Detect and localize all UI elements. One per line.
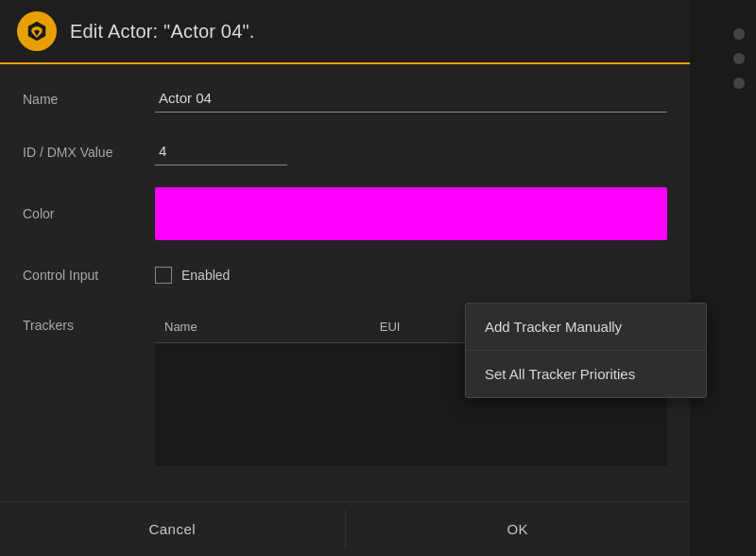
- dialog: Edit Actor: "Actor 04". Name ID / DMX Va…: [0, 0, 690, 556]
- cancel-button[interactable]: Cancel: [0, 502, 345, 556]
- dmx-control: [155, 139, 667, 165]
- name-row: Name: [23, 81, 667, 117]
- control-input-label: Control Input: [23, 268, 155, 283]
- dialog-title: Edit Actor: "Actor 04".: [70, 21, 255, 43]
- logo-icon: [25, 19, 49, 43]
- th-name: Name: [164, 320, 329, 334]
- set-priorities-menu-item[interactable]: Set All Tracker Priorities: [466, 351, 706, 397]
- dmx-label: ID / DMX Value: [23, 145, 155, 160]
- name-label: Name: [23, 92, 155, 107]
- color-row: Color: [23, 187, 667, 240]
- trackers-label: Trackers: [23, 310, 155, 333]
- sidebar-dot-3[interactable]: [733, 78, 745, 89]
- logo-circle: [17, 11, 57, 51]
- enabled-checkbox[interactable]: [155, 267, 172, 284]
- dropdown-menu: Add Tracker Manually Set All Tracker Pri…: [465, 303, 707, 398]
- sidebar-dot-2[interactable]: [733, 53, 745, 64]
- color-control: [155, 187, 667, 240]
- sidebar-dots: [733, 28, 745, 89]
- dialog-footer: Cancel OK: [0, 501, 690, 556]
- enabled-checkbox-wrapper: Enabled: [155, 267, 667, 284]
- name-control: [155, 86, 667, 113]
- add-tracker-menu-item[interactable]: Add Tracker Manually: [466, 304, 706, 351]
- name-input[interactable]: [155, 86, 667, 113]
- dmx-row: ID / DMX Value: [23, 134, 667, 170]
- sidebar-dot-1[interactable]: [733, 28, 745, 40]
- dialog-content: Name ID / DMX Value Color Control Input: [0, 64, 690, 501]
- dmx-input[interactable]: [155, 139, 287, 165]
- dialog-header: Edit Actor: "Actor 04".: [0, 0, 690, 64]
- control-input-control: Enabled: [155, 267, 667, 284]
- control-input-row: Control Input Enabled: [23, 257, 667, 293]
- th-eui: EUI: [329, 320, 452, 334]
- ok-button[interactable]: OK: [346, 502, 691, 556]
- color-label: Color: [23, 206, 155, 221]
- enabled-label: Enabled: [181, 268, 230, 283]
- color-swatch[interactable]: [155, 187, 667, 240]
